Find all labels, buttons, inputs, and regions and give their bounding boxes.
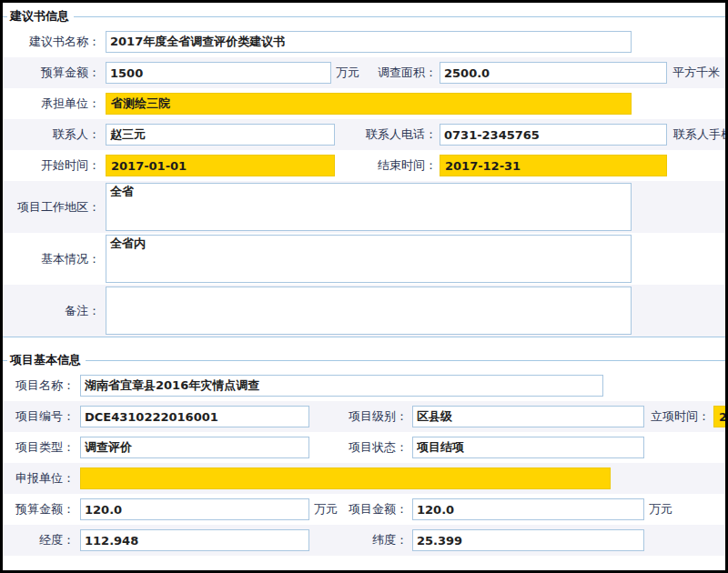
latitude-label: 纬度：	[309, 525, 408, 556]
remark-textarea[interactable]	[106, 286, 632, 335]
remark-row: 备注：	[3, 285, 725, 337]
project-budget-row: 预算金额： 万元 项目金额： 万元	[3, 494, 725, 525]
project-status-input[interactable]	[412, 437, 644, 458]
time-row: 开始时间： 2017-01-01 结束时间： 2017-12-31	[3, 150, 725, 181]
remark-label: 备注：	[3, 285, 100, 337]
work-area-textarea[interactable]: 全省	[106, 183, 632, 231]
fieldset-line-right	[86, 360, 725, 361]
project-amount-label: 项目金额：	[349, 494, 408, 525]
project-code-label: 项目编号：	[3, 401, 75, 432]
project-name-label: 项目名称：	[3, 370, 75, 401]
form-window: 建议书信息 建议书名称： 预算金额： 万元 调查面积： 平方千米 承担单位： 省…	[0, 0, 728, 573]
project-type-input[interactable]	[80, 437, 309, 458]
survey-area-unit: 平方千米	[672, 57, 720, 88]
work-area-row: 项目工作地区： 全省	[3, 181, 725, 233]
undertaker-field[interactable]: 省测绘三院	[106, 93, 632, 115]
proposal-section-legend: 建议书信息	[3, 6, 725, 26]
project-level-input[interactable]	[412, 406, 644, 427]
project-status-label: 项目状态：	[309, 432, 408, 463]
project-type-label: 项目类型：	[3, 432, 75, 463]
survey-area-input[interactable]	[440, 62, 667, 84]
contact-row: 联系人： 联系人电话： 联系人手机	[3, 119, 725, 150]
project-section-legend: 项目基本信息	[3, 350, 725, 370]
proposal-section-title: 建议书信息	[7, 8, 74, 25]
end-time-label: 结束时间：	[335, 150, 437, 181]
start-time-field[interactable]: 2017-01-01	[106, 155, 335, 176]
basic-info-row: 基本情况： 全省内	[3, 233, 725, 285]
project-budget-label: 预算金额：	[3, 494, 75, 525]
longitude-input[interactable]	[80, 529, 309, 551]
declare-unit-field[interactable]	[80, 467, 611, 489]
fieldset-line-right	[74, 16, 725, 17]
survey-area-label: 调查面积：	[335, 57, 437, 88]
project-budget-input[interactable]	[80, 498, 309, 520]
project-info-section: 项目基本信息 项目名称： 项目编号： 项目级别： 立项时间： 2 项目类型： 项…	[3, 337, 725, 556]
project-section-title: 项目基本信息	[7, 352, 86, 368]
contact-mobile-label: 联系人手机	[673, 119, 728, 150]
approval-time-label: 立项时间：	[644, 401, 710, 432]
latitude-input[interactable]	[412, 529, 644, 551]
basic-info-textarea[interactable]: 全省内	[106, 235, 632, 283]
project-name-row: 项目名称：	[3, 370, 725, 401]
declare-unit-row: 申报单位：	[3, 463, 725, 494]
proposal-budget-input[interactable]	[106, 62, 331, 84]
contact-phone-input[interactable]	[440, 124, 667, 146]
project-amount-unit: 万元	[649, 494, 672, 525]
project-name-input[interactable]	[80, 375, 603, 397]
project-level-label: 项目级别：	[309, 401, 408, 432]
coordinates-row: 经度： 纬度：	[3, 525, 725, 556]
contact-phone-label: 联系人电话：	[335, 119, 437, 150]
declare-unit-label: 申报单位：	[3, 463, 75, 494]
project-budget-unit: 万元	[314, 494, 338, 525]
project-type-row: 项目类型： 项目状态：	[3, 432, 725, 463]
contact-input[interactable]	[106, 124, 335, 146]
undertaker-row: 承担单位： 省测绘三院	[3, 88, 725, 119]
proposal-name-row: 建议书名称：	[3, 26, 725, 57]
proposal-name-label: 建议书名称：	[3, 26, 100, 57]
contact-label: 联系人：	[3, 119, 100, 150]
form-content: 建议书信息 建议书名称： 预算金额： 万元 调查面积： 平方千米 承担单位： 省…	[3, 3, 725, 570]
end-time-field[interactable]: 2017-12-31	[440, 155, 667, 176]
project-code-row: 项目编号： 项目级别： 立项时间： 2	[3, 401, 725, 432]
start-time-label: 开始时间：	[3, 150, 100, 181]
longitude-label: 经度：	[3, 525, 75, 556]
undertaker-label: 承担单位：	[3, 88, 100, 119]
approval-time-field[interactable]: 2	[713, 406, 728, 427]
section-gap	[3, 337, 725, 350]
proposal-info-section: 建议书信息 建议书名称： 预算金额： 万元 调查面积： 平方千米 承担单位： 省…	[3, 6, 725, 337]
work-area-label: 项目工作地区：	[3, 181, 100, 233]
proposal-budget-label: 预算金额：	[3, 57, 100, 88]
project-code-input[interactable]	[80, 406, 309, 427]
basic-info-label: 基本情况：	[3, 233, 100, 285]
proposal-name-input[interactable]	[106, 31, 632, 53]
project-amount-input[interactable]	[412, 498, 644, 520]
budget-area-row: 预算金额： 万元 调查面积： 平方千米	[3, 57, 725, 88]
